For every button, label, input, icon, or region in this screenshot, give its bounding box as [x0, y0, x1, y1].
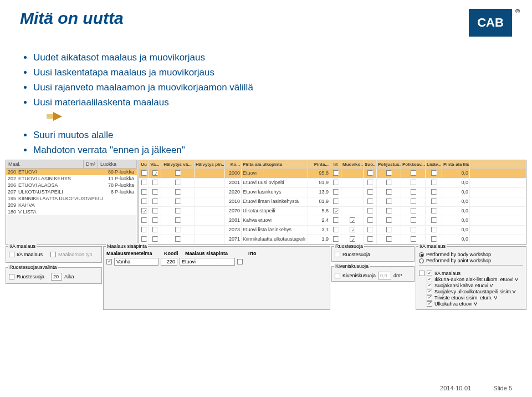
table-row[interactable]: 2073Etuovi lista lasinkehys3,1✓0,0 — [139, 226, 526, 235]
checklist-item[interactable]: ✓Ulkokahva etuovi V — [427, 301, 523, 307]
page-title: Mitä on uutta — [20, 9, 124, 28]
list-item[interactable]: 195KIINNIKELAATTA ULKOTAUSTAPEILI — [6, 195, 137, 202]
table-row[interactable]: 2001Etuovi uusi ovipelti81,90,0 — [139, 179, 526, 188]
ia-checkbox[interactable] — [9, 252, 14, 257]
bullet-content: Uudet aikatasot maalaus ja muovikorjausU… — [0, 42, 532, 156]
list-item[interactable]: 209KAHVA — [6, 202, 137, 208]
registered-icon: ® — [515, 8, 520, 14]
list-item[interactable]: 202ETUOVI LASIN KEHYS11P-luokka — [6, 175, 137, 182]
checklist-item[interactable]: ✓Ikkuna-aukon alak-list ulkom. etuovi V — [427, 277, 523, 282]
list-item[interactable]: 206ETUOVI ALAOSA78P-luokka — [6, 182, 137, 189]
logo: CAB ® — [469, 9, 512, 37]
bullet-item: Uudet aikatasot maalaus ja muovikorjaus — [33, 52, 512, 63]
bullet-item: Mahdoton verrata "ennen ja jälkeen" — [33, 145, 512, 156]
list-item[interactable]: 200ETUOVI89P-luokka — [6, 169, 137, 175]
left-list: Maal. Dm² Luokka 200ETUOVI89P-luokka202E… — [6, 160, 137, 245]
footer: 2014-10-01 Slide 5 — [440, 385, 512, 391]
arrow-icon — [53, 112, 62, 121]
table-row[interactable]: ✓2000Etuovi95,80,0 — [139, 169, 526, 179]
list-item[interactable]: 180V LISTA — [6, 208, 137, 215]
bullet-item: Suuri muutos alalle — [33, 130, 512, 141]
screenshot-area: Maal. Dm² Luokka 200ETUOVI89P-luokka202E… — [6, 160, 526, 245]
bullet-item: Uusi rajanveto maalaamon ja muovikorjaam… — [33, 82, 512, 93]
table-row[interactable]: 2020Etuovi lasinkehys13,90,0 — [139, 188, 526, 197]
rs-checkbox[interactable] — [9, 274, 14, 279]
table-row[interactable]: ✓2070Ulkotaustapeili5,8✓0,0 — [139, 207, 526, 216]
bullet-item: Uusi materiaalilaskenta maalaus — [33, 97, 512, 108]
table-row[interactable]: 2081Kahva etuovi2,4✓0,0 — [139, 216, 526, 226]
checklist-item[interactable]: ✓Tiiviste etuovi sisim. etum. V — [427, 295, 523, 301]
list-item[interactable]: 207ULKOTAUSTAPEILI6P-luokka — [6, 189, 137, 195]
checklist-item[interactable]: ✓Suojakansi kahva etuovi V — [427, 283, 523, 288]
bottom-panels: I/A maalaus I/A maalaus Maalaamon työ Ru… — [6, 246, 526, 310]
table-row[interactable]: 2071Kiinnikelaatta ulkotaustapeili1,9✓0,… — [139, 235, 526, 245]
bullet-item: Uusi laskentatapa maalaus ja muovikorjau… — [33, 67, 512, 78]
table-row[interactable]: 2010Etuovi ilman lasinkehystä81,90,0 — [139, 197, 526, 207]
right-grid: UuVa...Häivytys vä...Häivytys pin...Ko..… — [139, 160, 526, 245]
checklist-item[interactable]: ✓Suojalevy ulkoulkotaustapeili sisim.V — [427, 289, 523, 294]
